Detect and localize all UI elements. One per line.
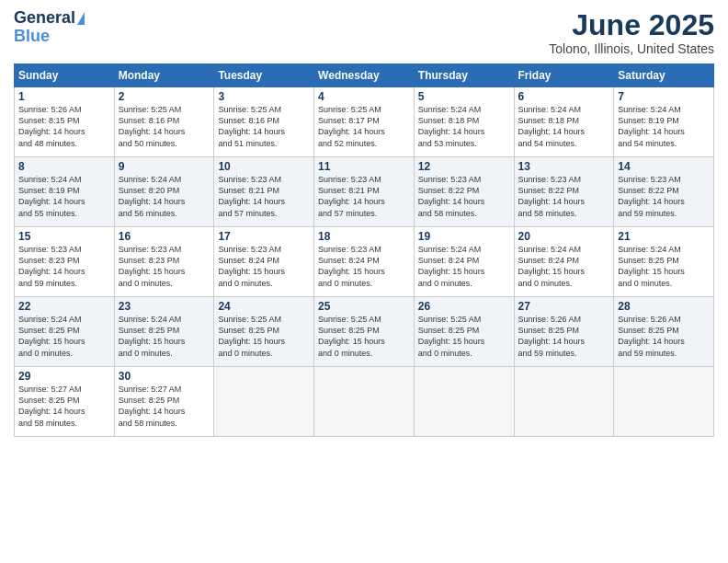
day-number: 23 <box>119 300 210 313</box>
day-info: Sunrise: 5:27 AM Sunset: 8:25 PM Dayligh… <box>119 384 210 429</box>
calendar-row: 29Sunrise: 5:27 AM Sunset: 8:25 PM Dayli… <box>15 367 714 437</box>
day-number: 3 <box>218 90 310 103</box>
col-sunday: Sunday <box>15 64 115 87</box>
day-info: Sunrise: 5:25 AM Sunset: 8:25 PM Dayligh… <box>218 314 310 359</box>
table-row: 6Sunrise: 5:24 AM Sunset: 8:18 PM Daylig… <box>514 87 614 157</box>
table-row: 16Sunrise: 5:23 AM Sunset: 8:23 PM Dayli… <box>114 227 214 297</box>
table-row: 24Sunrise: 5:25 AM Sunset: 8:25 PM Dayli… <box>214 297 314 367</box>
day-number: 12 <box>418 160 510 173</box>
table-row <box>214 367 314 437</box>
day-info: Sunrise: 5:26 AM Sunset: 8:25 PM Dayligh… <box>518 314 610 359</box>
day-number: 2 <box>119 90 210 103</box>
day-info: Sunrise: 5:26 AM Sunset: 8:15 PM Dayligh… <box>18 104 110 149</box>
col-tuesday: Tuesday <box>214 64 314 87</box>
table-row: 14Sunrise: 5:23 AM Sunset: 8:22 PM Dayli… <box>614 157 714 227</box>
day-info: Sunrise: 5:25 AM Sunset: 8:25 PM Dayligh… <box>318 314 410 359</box>
day-info: Sunrise: 5:23 AM Sunset: 8:21 PM Dayligh… <box>218 174 310 219</box>
day-info: Sunrise: 5:23 AM Sunset: 8:24 PM Dayligh… <box>218 244 310 289</box>
day-info: Sunrise: 5:24 AM Sunset: 8:19 PM Dayligh… <box>18 174 110 219</box>
table-row: 17Sunrise: 5:23 AM Sunset: 8:24 PM Dayli… <box>214 227 314 297</box>
table-row: 12Sunrise: 5:23 AM Sunset: 8:22 PM Dayli… <box>414 157 514 227</box>
day-number: 22 <box>18 300 110 313</box>
day-number: 7 <box>618 90 710 103</box>
day-info: Sunrise: 5:23 AM Sunset: 8:22 PM Dayligh… <box>418 174 510 219</box>
day-info: Sunrise: 5:24 AM Sunset: 8:19 PM Dayligh… <box>618 104 710 149</box>
day-number: 15 <box>18 230 110 243</box>
table-row <box>414 367 514 437</box>
table-row: 30Sunrise: 5:27 AM Sunset: 8:25 PM Dayli… <box>114 367 214 437</box>
calendar-row: 15Sunrise: 5:23 AM Sunset: 8:23 PM Dayli… <box>15 227 714 297</box>
day-number: 27 <box>518 300 610 313</box>
day-info: Sunrise: 5:25 AM Sunset: 8:25 PM Dayligh… <box>418 314 510 359</box>
table-row: 23Sunrise: 5:24 AM Sunset: 8:25 PM Dayli… <box>114 297 214 367</box>
day-info: Sunrise: 5:24 AM Sunset: 8:24 PM Dayligh… <box>418 244 510 289</box>
table-row: 25Sunrise: 5:25 AM Sunset: 8:25 PM Dayli… <box>314 297 415 367</box>
day-info: Sunrise: 5:26 AM Sunset: 8:25 PM Dayligh… <box>618 314 710 359</box>
table-row: 3Sunrise: 5:25 AM Sunset: 8:16 PM Daylig… <box>214 87 314 157</box>
col-thursday: Thursday <box>414 64 514 87</box>
page-header: General Blue June 2025 Tolono, Illinois,… <box>14 9 714 56</box>
table-row <box>514 367 614 437</box>
day-number: 30 <box>119 370 210 383</box>
day-info: Sunrise: 5:25 AM Sunset: 8:16 PM Dayligh… <box>119 104 210 149</box>
title-block: June 2025 Tolono, Illinois, United State… <box>549 9 714 56</box>
day-number: 13 <box>518 160 610 173</box>
table-row: 20Sunrise: 5:24 AM Sunset: 8:24 PM Dayli… <box>514 227 614 297</box>
day-number: 18 <box>318 230 410 243</box>
day-number: 5 <box>418 90 510 103</box>
day-number: 11 <box>318 160 410 173</box>
col-monday: Monday <box>114 64 214 87</box>
day-number: 16 <box>119 230 210 243</box>
logo-text-general: General <box>14 9 75 28</box>
table-row: 19Sunrise: 5:24 AM Sunset: 8:24 PM Dayli… <box>414 227 514 297</box>
table-row: 27Sunrise: 5:26 AM Sunset: 8:25 PM Dayli… <box>514 297 614 367</box>
logo: General Blue <box>14 9 85 46</box>
table-row: 7Sunrise: 5:24 AM Sunset: 8:19 PM Daylig… <box>614 87 714 157</box>
calendar-page: General Blue June 2025 Tolono, Illinois,… <box>0 0 728 563</box>
day-info: Sunrise: 5:25 AM Sunset: 8:17 PM Dayligh… <box>318 104 410 149</box>
day-info: Sunrise: 5:24 AM Sunset: 8:25 PM Dayligh… <box>618 244 710 289</box>
day-number: 8 <box>18 160 110 173</box>
table-row: 9Sunrise: 5:24 AM Sunset: 8:20 PM Daylig… <box>114 157 214 227</box>
day-number: 9 <box>119 160 210 173</box>
day-info: Sunrise: 5:24 AM Sunset: 8:24 PM Dayligh… <box>518 244 610 289</box>
calendar-table: Sunday Monday Tuesday Wednesday Thursday… <box>14 63 714 437</box>
day-number: 1 <box>18 90 110 103</box>
table-row: 21Sunrise: 5:24 AM Sunset: 8:25 PM Dayli… <box>614 227 714 297</box>
day-info: Sunrise: 5:24 AM Sunset: 8:20 PM Dayligh… <box>119 174 210 219</box>
table-row: 18Sunrise: 5:23 AM Sunset: 8:24 PM Dayli… <box>314 227 415 297</box>
table-row: 11Sunrise: 5:23 AM Sunset: 8:21 PM Dayli… <box>314 157 415 227</box>
table-row: 26Sunrise: 5:25 AM Sunset: 8:25 PM Dayli… <box>414 297 514 367</box>
day-info: Sunrise: 5:24 AM Sunset: 8:25 PM Dayligh… <box>119 314 210 359</box>
header-row: Sunday Monday Tuesday Wednesday Thursday… <box>15 64 714 87</box>
calendar-title: June 2025 <box>549 9 714 41</box>
day-info: Sunrise: 5:24 AM Sunset: 8:18 PM Dayligh… <box>418 104 510 149</box>
day-number: 14 <box>618 160 710 173</box>
table-row: 1Sunrise: 5:26 AM Sunset: 8:15 PM Daylig… <box>15 87 115 157</box>
table-row: 22Sunrise: 5:24 AM Sunset: 8:25 PM Dayli… <box>15 297 115 367</box>
day-info: Sunrise: 5:23 AM Sunset: 8:23 PM Dayligh… <box>119 244 210 289</box>
table-row: 2Sunrise: 5:25 AM Sunset: 8:16 PM Daylig… <box>114 87 214 157</box>
day-number: 28 <box>618 300 710 313</box>
table-row: 29Sunrise: 5:27 AM Sunset: 8:25 PM Dayli… <box>15 367 115 437</box>
table-row: 10Sunrise: 5:23 AM Sunset: 8:21 PM Dayli… <box>214 157 314 227</box>
day-info: Sunrise: 5:23 AM Sunset: 8:22 PM Dayligh… <box>518 174 610 219</box>
day-info: Sunrise: 5:24 AM Sunset: 8:18 PM Dayligh… <box>518 104 610 149</box>
logo-triangle-icon <box>77 12 85 25</box>
day-info: Sunrise: 5:23 AM Sunset: 8:22 PM Dayligh… <box>618 174 710 219</box>
day-info: Sunrise: 5:24 AM Sunset: 8:25 PM Dayligh… <box>18 314 110 359</box>
day-number: 26 <box>418 300 510 313</box>
table-row: 5Sunrise: 5:24 AM Sunset: 8:18 PM Daylig… <box>414 87 514 157</box>
day-number: 6 <box>518 90 610 103</box>
col-friday: Friday <box>514 64 614 87</box>
day-number: 29 <box>18 370 110 383</box>
day-number: 19 <box>418 230 510 243</box>
table-row <box>314 367 415 437</box>
day-info: Sunrise: 5:23 AM Sunset: 8:21 PM Dayligh… <box>318 174 410 219</box>
table-row: 8Sunrise: 5:24 AM Sunset: 8:19 PM Daylig… <box>15 157 115 227</box>
table-row: 4Sunrise: 5:25 AM Sunset: 8:17 PM Daylig… <box>314 87 415 157</box>
calendar-row: 22Sunrise: 5:24 AM Sunset: 8:25 PM Dayli… <box>15 297 714 367</box>
calendar-subtitle: Tolono, Illinois, United States <box>549 41 714 56</box>
day-number: 20 <box>518 230 610 243</box>
logo-text-blue: Blue <box>14 28 50 46</box>
